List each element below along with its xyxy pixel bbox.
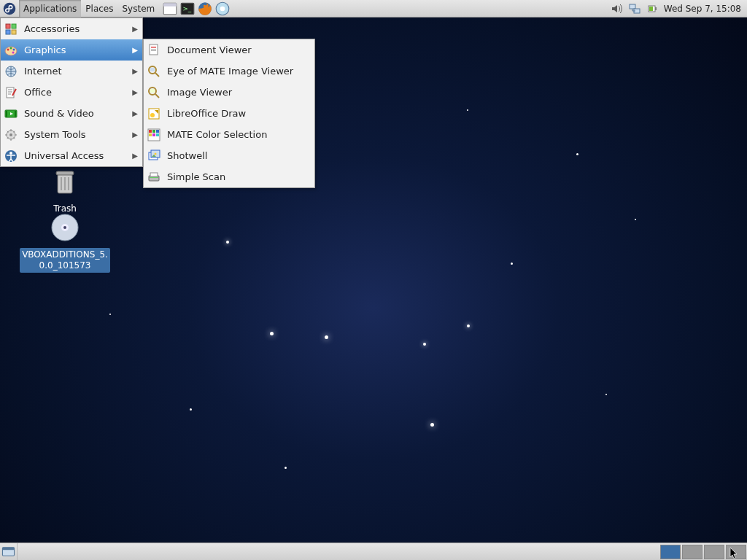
- menu-item-image-viewer[interactable]: Image Viewer: [144, 82, 314, 103]
- menu-item-label: Shotwell: [167, 150, 310, 161]
- svg-rect-47: [150, 89, 155, 93]
- svg-rect-16: [630, 4, 635, 9]
- eom-icon: [147, 64, 161, 79]
- menu-places[interactable]: Places: [81, 0, 117, 18]
- accessories-icon: [4, 22, 18, 36]
- menu-item-internet[interactable]: Internet ▶: [1, 61, 142, 82]
- svg-point-60: [155, 152, 157, 155]
- menu-item-label: Accessories: [24, 23, 126, 34]
- scanner-icon: [147, 170, 161, 184]
- quick-launch: >_: [162, 1, 231, 17]
- clock[interactable]: Wed Sep 7, 15:08: [662, 4, 743, 14]
- workspace-1[interactable]: [660, 545, 681, 559]
- menu-item-sound-video[interactable]: Sound & Video ▶: [1, 103, 142, 124]
- menu-applications[interactable]: Applications: [19, 0, 81, 18]
- menu-item-eye-of-mate[interactable]: Eye of MATE Image Viewer: [144, 61, 314, 82]
- svg-rect-56: [152, 133, 155, 136]
- menu-item-label: Office: [24, 87, 126, 98]
- svg-rect-41: [151, 47, 156, 48]
- show-desktop-button[interactable]: [0, 543, 18, 561]
- menu-item-libreoffice-draw[interactable]: LibreOffice Draw: [144, 103, 314, 124]
- workspace-2[interactable]: [682, 545, 703, 559]
- menu-item-graphics[interactable]: Graphics ▶: [1, 39, 142, 61]
- menu-item-document-viewer[interactable]: Document Viewer: [144, 39, 314, 61]
- image-viewer-icon: [147, 85, 161, 100]
- graphics-icon: [4, 43, 18, 58]
- svg-rect-62: [150, 173, 158, 176]
- submenu-arrow-icon: ▶: [132, 88, 138, 96]
- menu-item-label: Eye of MATE Image Viewer: [167, 66, 310, 77]
- svg-rect-10: [163, 3, 177, 6]
- menu-item-mate-color[interactable]: MATE Color Selection: [144, 124, 314, 145]
- svg-point-37: [9, 133, 12, 136]
- internet-icon: [4, 64, 18, 79]
- svg-point-7: [63, 226, 66, 229]
- workspace-3[interactable]: [704, 545, 724, 559]
- system-tray: Wed Sep 7, 15:08: [610, 1, 747, 16]
- submenu-arrow-icon: ▶: [132, 46, 138, 54]
- menu-item-label: System Tools: [24, 129, 126, 140]
- menu-item-label: Universal Access: [24, 150, 126, 161]
- cursor-icon: [729, 547, 738, 560]
- network-icon[interactable]: [627, 1, 642, 16]
- svg-rect-57: [156, 133, 159, 136]
- svg-rect-45: [150, 68, 155, 71]
- menu-system[interactable]: System: [117, 0, 159, 18]
- svg-rect-20: [649, 7, 653, 11]
- media-icon: [4, 106, 18, 121]
- desktop-icon-label: VBOXADDITIONS_5. 0.0_101573: [20, 248, 110, 273]
- power-icon[interactable]: [645, 1, 659, 16]
- menu-item-label: Sound & Video: [24, 108, 126, 119]
- color-select-icon: [147, 128, 161, 142]
- menu-item-accessories[interactable]: Accessories ▶: [1, 18, 142, 39]
- menu-item-label: Simple Scan: [167, 171, 310, 182]
- launcher-firefox[interactable]: [197, 1, 213, 17]
- svg-point-15: [220, 6, 225, 11]
- svg-rect-34: [15, 111, 16, 117]
- desktop-icon-trash[interactable]: Trash: [18, 164, 112, 216]
- launcher-terminal[interactable]: >_: [179, 1, 196, 17]
- volume-icon[interactable]: [610, 1, 624, 16]
- office-icon: [4, 85, 18, 100]
- svg-rect-23: [6, 30, 10, 34]
- bottom-panel: [0, 542, 747, 560]
- menu-item-system-tools[interactable]: System Tools ▶: [1, 124, 142, 145]
- svg-point-27: [10, 47, 12, 49]
- svg-rect-22: [12, 24, 16, 28]
- svg-point-29: [12, 51, 15, 53]
- submenu-arrow-icon: ▶: [132, 152, 138, 160]
- svg-rect-53: [152, 130, 155, 133]
- svg-rect-43: [151, 50, 156, 51]
- launcher-filemanager[interactable]: [162, 1, 178, 17]
- svg-rect-19: [655, 7, 657, 10]
- menu-item-universal-access[interactable]: Universal Access ▶: [1, 145, 142, 166]
- svg-rect-65: [2, 548, 14, 550]
- graphics-submenu: Document Viewer Eye of MATE Image Viewer…: [143, 39, 315, 188]
- applications-menu: Accessories ▶ Graphics ▶ Internet ▶ Offi…: [0, 18, 143, 167]
- svg-rect-55: [149, 133, 152, 136]
- svg-point-39: [9, 152, 12, 155]
- menu-item-simple-scan[interactable]: Simple Scan: [144, 166, 314, 187]
- top-panel: Applications Places System >_ Wed Sep 7,…: [0, 0, 747, 18]
- access-icon: [4, 149, 18, 163]
- launcher-help[interactable]: [214, 1, 231, 17]
- svg-rect-42: [151, 49, 156, 50]
- shotwell-icon: [147, 149, 161, 163]
- svg-rect-21: [6, 24, 10, 28]
- svg-rect-31: [7, 88, 14, 98]
- menu-item-shotwell[interactable]: Shotwell: [144, 145, 314, 166]
- submenu-arrow-icon: ▶: [132, 67, 138, 75]
- lodraw-icon: [147, 106, 161, 121]
- submenu-arrow-icon: ▶: [132, 109, 138, 117]
- svg-point-28: [13, 48, 15, 50]
- menu-item-label: MATE Color Selection: [167, 129, 310, 140]
- submenu-arrow-icon: ▶: [132, 25, 138, 33]
- menu-item-office[interactable]: Office ▶: [1, 82, 142, 103]
- menu-item-label: LibreOffice Draw: [167, 108, 310, 119]
- menu-item-label: Image Viewer: [167, 87, 310, 98]
- fedora-logo-icon[interactable]: [1, 1, 18, 17]
- desktop-icon-disc[interactable]: VBOXADDITIONS_5. 0.0_101573: [18, 210, 112, 273]
- submenu-arrow-icon: ▶: [132, 131, 138, 139]
- svg-rect-63: [150, 177, 158, 178]
- menu-item-label: Document Viewer: [167, 44, 310, 55]
